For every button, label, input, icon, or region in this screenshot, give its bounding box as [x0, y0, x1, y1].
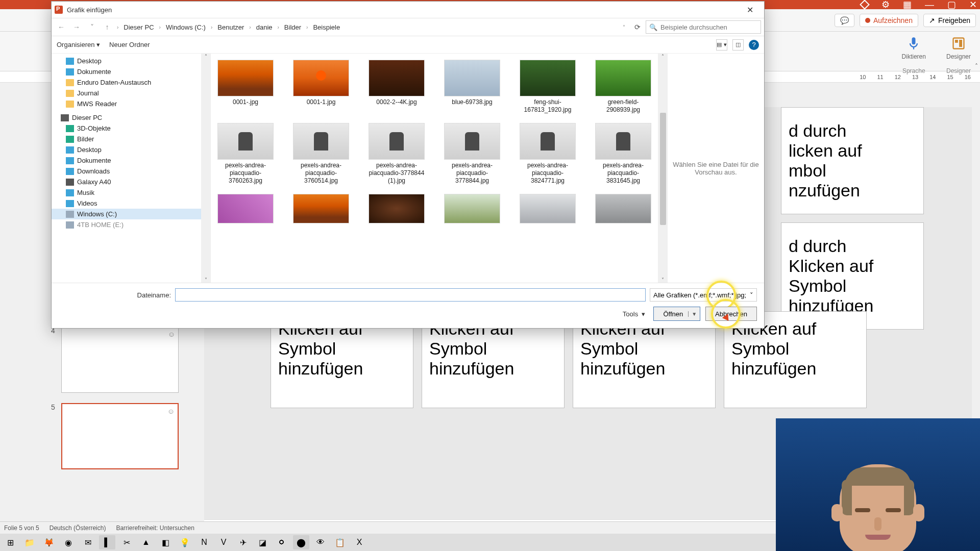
- tools-menu[interactable]: Tools ▾: [620, 309, 649, 319]
- search-field[interactable]: 🔍: [646, 20, 761, 34]
- share-button[interactable]: ↗ Freigeben: [923, 14, 976, 27]
- tree-item[interactable]: Dieser PC: [52, 112, 210, 123]
- file-item[interactable]: [215, 194, 276, 226]
- task-app-icon[interactable]: ◪: [254, 535, 271, 549]
- task-app-icon[interactable]: 📋: [332, 535, 348, 549]
- breadcrumb-segment[interactable]: Windows (C:): [164, 22, 208, 32]
- breadcrumb-segment[interactable]: Dieser PC: [121, 22, 156, 32]
- task-explorer-icon[interactable]: 📁: [21, 535, 38, 549]
- address-dropdown-icon[interactable]: ˅: [619, 24, 629, 30]
- ribbon-group-dictate[interactable]: Diktieren Sprache: [902, 35, 926, 74]
- tree-item[interactable]: Videos: [52, 198, 210, 209]
- tree-item[interactable]: Downloads: [52, 166, 210, 177]
- task-app-icon[interactable]: 💡: [177, 535, 193, 549]
- search-input[interactable]: [660, 23, 757, 31]
- tree-item[interactable]: 3D-Objekte: [52, 123, 210, 134]
- content-placeholder-partial[interactable]: d durch licken auf mbol nzufügen: [781, 107, 924, 214]
- task-onenote-icon[interactable]: N: [196, 535, 212, 549]
- slide-thumbnail[interactable]: 4 ☺: [51, 327, 189, 393]
- tree-item[interactable]: Journal: [52, 88, 210, 98]
- file-item[interactable]: pexels-andrea-piacquadio-3831645.jpg: [593, 123, 654, 185]
- file-item[interactable]: 0002-2--4K.jpg: [366, 60, 427, 114]
- tree-item[interactable]: Dokumente: [52, 155, 210, 166]
- scroll-up-icon[interactable]: ˄: [662, 54, 664, 59]
- dialog-close-button[interactable]: ✕: [739, 3, 761, 17]
- new-folder-button[interactable]: Neuer Ordner: [109, 41, 150, 48]
- task-app-icon[interactable]: V: [215, 535, 232, 549]
- refresh-icon[interactable]: ⟳: [631, 23, 644, 31]
- nav-recent-icon[interactable]: ˅: [85, 20, 99, 34]
- task-outlook-icon[interactable]: ✉: [80, 535, 96, 549]
- file-item[interactable]: blue-69738.jpg: [442, 60, 503, 114]
- folder-tree[interactable]: DesktopDokumenteEnduro Daten-AustauschJo…: [52, 54, 211, 283]
- file-filter-dropdown[interactable]: Alle Grafiken (*.emf;*.wmf;*.jpg; ˅: [650, 288, 757, 302]
- tree-item[interactable]: Musik: [52, 187, 210, 198]
- file-item[interactable]: pexels-andrea-piacquadio-3760263.jpg: [215, 123, 276, 185]
- nav-forward-icon[interactable]: →: [70, 20, 83, 34]
- file-item[interactable]: pexels-andrea-piacquadio-3778844 (1).jpg: [366, 123, 427, 185]
- nav-back-icon[interactable]: ←: [55, 20, 68, 34]
- start-button[interactable]: ⊞: [2, 535, 18, 549]
- task-firefox-icon[interactable]: 🦊: [41, 535, 57, 549]
- file-item[interactable]: [290, 194, 352, 226]
- breadcrumb-segment[interactable]: Benutzer: [215, 22, 246, 32]
- task-snip-icon[interactable]: ✂: [118, 535, 135, 549]
- tree-item[interactable]: Desktop: [52, 56, 210, 66]
- breadcrumb-segment[interactable]: Beispiele: [311, 22, 342, 32]
- open-split-icon[interactable]: ▼: [688, 311, 697, 317]
- settings-icon[interactable]: ⚙: [881, 0, 890, 9]
- preview-toggle-button[interactable]: ◫: [732, 39, 744, 51]
- help-button[interactable]: ?: [749, 40, 759, 50]
- nav-up-icon[interactable]: ↑: [101, 20, 114, 34]
- record-button[interactable]: Aufzeichnen: [860, 14, 918, 27]
- scroll-up-icon[interactable]: ˄: [205, 54, 207, 59]
- close-icon[interactable]: ✕: [969, 0, 977, 9]
- tree-item[interactable]: Enduro Daten-Austausch: [52, 77, 210, 88]
- task-vlc-icon[interactable]: ▲: [138, 535, 154, 549]
- tree-item[interactable]: Windows (C:): [52, 209, 210, 219]
- status-accessibility[interactable]: Barrierefreiheit: Untersuchen: [116, 524, 194, 532]
- view-options-button[interactable]: ▤ ▾: [716, 39, 727, 51]
- slide-thumbnail[interactable]: 5 ☺: [51, 403, 189, 469]
- file-item[interactable]: pexels-andrea-piacquadio-3824771.jpg: [517, 123, 578, 185]
- file-item[interactable]: pexels-andrea-piacquadio-3778844.jpg: [442, 123, 503, 185]
- file-grid[interactable]: 0001-.jpg0001-1.jpg0002-2--4K.jpgblue-69…: [211, 54, 658, 283]
- ribbon-group-designer[interactable]: Designer Designer: [946, 35, 971, 74]
- copilot-icon[interactable]: [860, 0, 870, 10]
- breadcrumb-segment[interactable]: Bilder: [282, 22, 303, 32]
- task-chrome-icon[interactable]: ◉: [60, 535, 77, 549]
- task-telegram-icon[interactable]: ✈: [235, 535, 251, 549]
- tree-scrollbar[interactable]: ˄˅: [201, 54, 210, 283]
- task-app-icon[interactable]: ⭘: [274, 535, 290, 549]
- scroll-down-icon[interactable]: ˅: [205, 277, 207, 283]
- task-powerpoint-icon[interactable]: ▌: [99, 535, 115, 549]
- file-item[interactable]: 0001-.jpg: [215, 60, 276, 114]
- tree-item[interactable]: Desktop: [52, 144, 210, 155]
- window-grid-icon[interactable]: ▦: [903, 0, 912, 9]
- file-item[interactable]: [366, 194, 427, 226]
- tree-item[interactable]: Dokumente: [52, 66, 210, 77]
- scroll-thumb[interactable]: [660, 113, 666, 225]
- organize-menu[interactable]: Organisieren ▾: [57, 41, 100, 48]
- file-item[interactable]: 0001-1.jpg: [290, 60, 352, 114]
- status-language[interactable]: Deutsch (Österreich): [50, 524, 106, 532]
- cancel-button[interactable]: Abbrechen: [705, 307, 757, 321]
- scroll-down-icon[interactable]: ˅: [662, 277, 664, 283]
- task-excel-icon[interactable]: X: [351, 535, 368, 549]
- comments-button[interactable]: 💬: [835, 14, 854, 27]
- file-item[interactable]: feng-shui-167813_1920.jpg: [517, 60, 578, 114]
- restore-icon[interactable]: ▢: [947, 0, 956, 9]
- file-item[interactable]: green-field-2908939.jpg: [593, 60, 654, 114]
- filename-input[interactable]: [175, 288, 646, 302]
- file-item[interactable]: [593, 194, 654, 226]
- tree-item[interactable]: MWS Reader: [52, 98, 210, 109]
- task-app-icon[interactable]: 👁: [312, 535, 329, 549]
- minimize-icon[interactable]: —: [925, 0, 934, 9]
- tree-item[interactable]: Galaxy A40: [52, 177, 210, 187]
- file-item[interactable]: [517, 194, 578, 226]
- breadcrumb-segment[interactable]: danie: [254, 22, 275, 32]
- ribbon-collapse-icon[interactable]: ˄: [975, 63, 978, 70]
- open-button[interactable]: Öffnen▼: [653, 307, 700, 321]
- task-app-icon[interactable]: ⬤: [293, 535, 309, 549]
- tree-item[interactable]: Bilder: [52, 134, 210, 144]
